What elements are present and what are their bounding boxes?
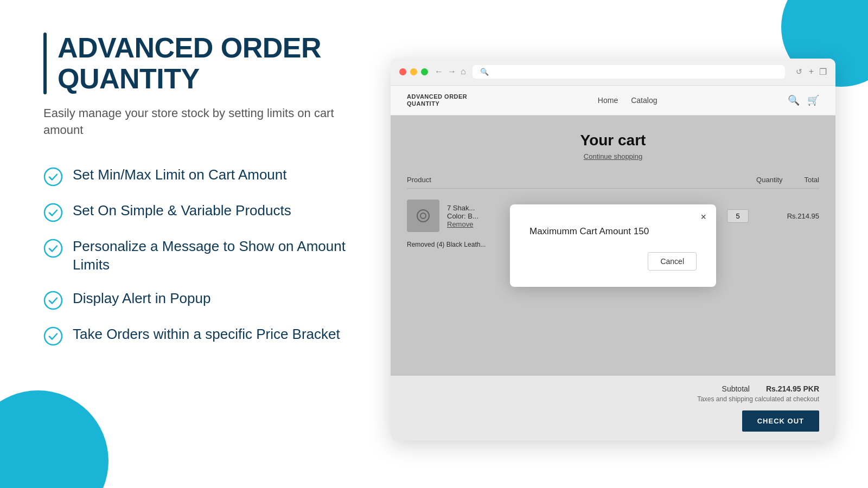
- feature-text-3: Personalize a Message to Show on Amount …: [73, 237, 347, 274]
- feature-item-5: Take Orders within a specific Price Brac…: [43, 325, 347, 346]
- modal-close-button[interactable]: ×: [700, 212, 706, 222]
- modal-box: × Maximumm Cart Amount 150 Cancel: [510, 204, 716, 287]
- feature-item-2: Set On Simple & Variable Products: [43, 202, 347, 222]
- feature-text-4: Display Alert in Popup: [73, 290, 210, 308]
- store-navbar: ADVANCED ORDER QUANTITY Home Catalog 🔍 🛒: [391, 86, 835, 115]
- page-title: ADVANCED ORDER QUANTITY: [58, 33, 347, 94]
- back-button[interactable]: ←: [435, 67, 443, 76]
- refresh-button[interactable]: ↺: [796, 67, 802, 76]
- brand-line2: QUANTITY: [407, 100, 467, 107]
- features-list: Set Min/Max Limit on Cart Amount Set On …: [43, 166, 347, 346]
- window-button[interactable]: ❐: [819, 67, 827, 77]
- new-tab-button[interactable]: +: [809, 67, 814, 76]
- store-nav-icons: 🔍 🛒: [788, 94, 819, 106]
- checkout-button[interactable]: CHECK OUT: [742, 410, 819, 432]
- forward-button[interactable]: →: [448, 67, 456, 76]
- store-brand: ADVANCED ORDER QUANTITY: [407, 93, 467, 107]
- svg-point-3: [44, 292, 62, 309]
- feature-text-2: Set On Simple & Variable Products: [73, 202, 291, 220]
- svg-point-4: [44, 328, 62, 345]
- feature-item-1: Set Min/Max Limit on Cart Amount: [43, 166, 347, 187]
- browser-dots: [399, 68, 428, 75]
- subtotal-row: Subtotal Rs.214.95 PKR: [722, 384, 819, 393]
- subtotal-value: Rs.214.95 PKR: [766, 384, 819, 393]
- browser-address-bar[interactable]: 🔍: [473, 65, 785, 79]
- browser-actions: + ❐: [809, 67, 827, 77]
- search-icon: 🔍: [480, 68, 489, 76]
- right-column: ← → ⌂ 🔍 ↺ + ❐ ADVANCED ORDER QUANTITY: [391, 33, 835, 466]
- check-icon-4: [43, 291, 63, 310]
- dot-yellow[interactable]: [410, 68, 417, 75]
- subtotal-label: Subtotal: [722, 384, 750, 393]
- svg-point-2: [44, 240, 62, 257]
- feature-text-5: Take Orders within a specific Price Brac…: [73, 325, 340, 344]
- title-border: [43, 33, 47, 94]
- check-icon-2: [43, 203, 63, 222]
- svg-point-0: [44, 168, 62, 185]
- browser-nav: ← → ⌂: [435, 67, 466, 76]
- tax-note: Taxes and shipping calculated at checkou…: [697, 395, 819, 403]
- browser-toolbar: ← → ⌂ 🔍 ↺ + ❐: [391, 59, 835, 86]
- dot-green[interactable]: [421, 68, 428, 75]
- left-column: ADVANCED ORDER QUANTITY Easily manage yo…: [43, 33, 347, 466]
- nav-home[interactable]: Home: [598, 96, 618, 105]
- cart-area: Your cart Continue shopping Product Quan…: [391, 115, 835, 376]
- modal-message: Maximumm Cart Amount 150: [529, 226, 697, 237]
- feature-text-1: Set Min/Max Limit on Cart Amount: [73, 166, 286, 184]
- feature-item-4: Display Alert in Popup: [43, 290, 347, 310]
- home-button[interactable]: ⌂: [461, 67, 466, 76]
- search-icon-nav[interactable]: 🔍: [788, 94, 800, 106]
- check-icon-1: [43, 167, 63, 187]
- check-icon-5: [43, 326, 63, 346]
- store-nav-links: Home Catalog: [598, 96, 658, 105]
- nav-catalog[interactable]: Catalog: [631, 96, 657, 105]
- modal-overlay: × Maximumm Cart Amount 150 Cancel: [391, 115, 835, 376]
- browser-window: ← → ⌂ 🔍 ↺ + ❐ ADVANCED ORDER QUANTITY: [391, 59, 835, 440]
- modal-cancel-button[interactable]: Cancel: [648, 252, 697, 271]
- title-block: ADVANCED ORDER QUANTITY: [43, 33, 347, 94]
- feature-item-3: Personalize a Message to Show on Amount …: [43, 237, 347, 274]
- dot-red[interactable]: [399, 68, 406, 75]
- cart-icon-nav[interactable]: 🛒: [807, 94, 819, 106]
- cart-footer: Subtotal Rs.214.95 PKR Taxes and shippin…: [391, 376, 835, 440]
- brand-line1: ADVANCED ORDER: [407, 93, 467, 100]
- page-subtitle: Easily manage your store stock by settin…: [43, 105, 347, 139]
- svg-point-1: [44, 204, 62, 221]
- check-icon-3: [43, 239, 63, 258]
